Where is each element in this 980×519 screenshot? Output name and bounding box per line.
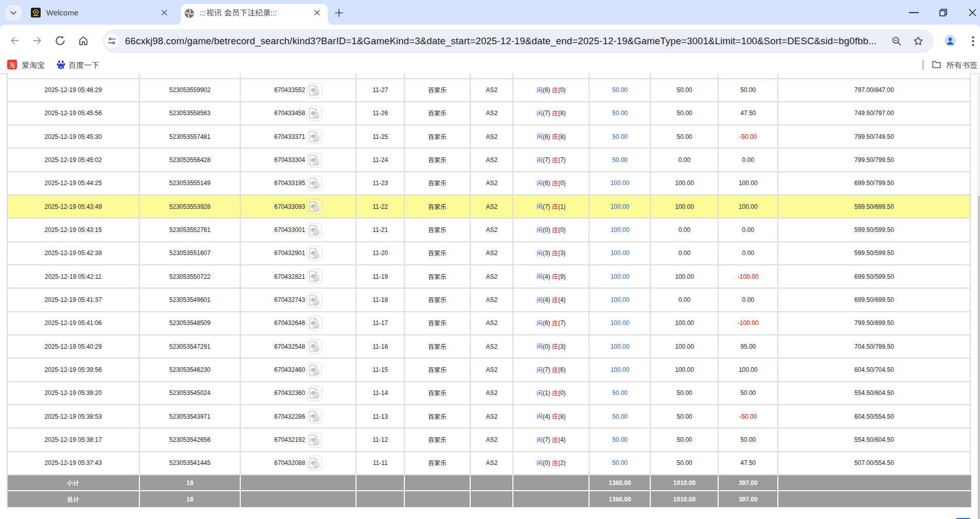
svg-text:du: du <box>59 65 62 68</box>
